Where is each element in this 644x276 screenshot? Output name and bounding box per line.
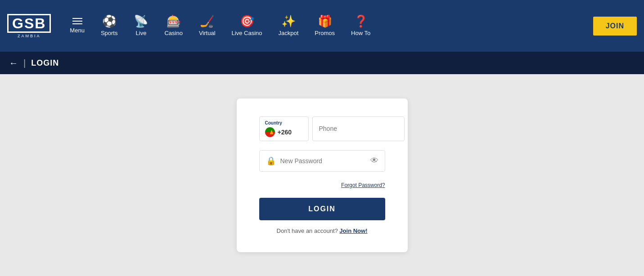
logo-gsb: GSB (7, 14, 51, 33)
nav-item-jackpot[interactable]: ✨ Jackpot (270, 10, 306, 42)
password-group: 🔒 👁 (259, 150, 385, 172)
eye-icon[interactable]: 👁 (370, 156, 378, 165)
live-casino-icon: 🎯 (240, 15, 254, 27)
phone-input[interactable] (312, 116, 405, 141)
register-text: Don't have an account? Join Now! (259, 227, 385, 234)
register-prompt: Don't have an account? (277, 227, 338, 234)
how-to-icon: ❓ (354, 15, 368, 27)
main-content: Country +260 🔒 👁 Forgot Password? LOGIN (0, 74, 644, 276)
nav-item-menu[interactable]: Menu (62, 13, 93, 39)
forgot-password-link[interactable]: Forgot Password? (341, 182, 385, 188)
country-label: Country (265, 120, 303, 125)
page-title: LOGIN (31, 58, 59, 68)
live-icon: 📡 (134, 15, 148, 27)
nav-item-how-to[interactable]: ❓ How To (343, 10, 378, 42)
country-code: +260 (278, 129, 292, 136)
nav-item-live-casino[interactable]: 🎯 Live Casino (224, 10, 270, 42)
nav-label-promos: Promos (315, 30, 335, 36)
nav-label-live-casino: Live Casino (232, 30, 262, 36)
promos-icon: 🎁 (318, 15, 332, 27)
nav-label-menu: Menu (70, 27, 85, 34)
zambia-flag-icon (265, 127, 275, 137)
hamburger-icon (72, 18, 82, 24)
country-selector[interactable]: Country +260 (259, 116, 309, 141)
breadcrumb-divider: | (23, 58, 26, 68)
password-input[interactable] (280, 157, 366, 165)
nav-item-casino[interactable]: 🎰 Casino (156, 10, 190, 42)
nav-item-sports[interactable]: ⚽ Sports (93, 10, 126, 42)
nav-item-live[interactable]: 📡 Live (126, 10, 156, 42)
nav-label-virtual: Virtual (199, 30, 216, 36)
country-value: +260 (265, 127, 303, 137)
sports-icon: ⚽ (102, 15, 117, 27)
nav-label-casino: Casino (164, 30, 182, 36)
nav-item-virtual[interactable]: 🏒 Virtual (191, 10, 224, 42)
join-button[interactable]: JOIN (593, 17, 637, 36)
casino-icon: 🎰 (167, 15, 181, 27)
logo-zambia: ZAMBIA (18, 34, 41, 38)
jackpot-icon: ✨ (281, 15, 296, 27)
nav-label-how-to: How To (351, 30, 370, 36)
main-nav: Menu ⚽ Sports 📡 Live 🎰 Casino 🏒 Virtual … (62, 10, 593, 42)
lock-icon: 🔒 (266, 156, 276, 166)
logo: GSB ZAMBIA (7, 14, 51, 38)
forgot-password-row: Forgot Password? (259, 181, 385, 189)
header: GSB ZAMBIA Menu ⚽ Sports 📡 Live 🎰 Casino… (0, 0, 644, 52)
back-arrow-icon[interactable]: ← (9, 58, 18, 68)
password-field: 🔒 👁 (259, 150, 385, 172)
virtual-icon: 🏒 (200, 15, 214, 27)
login-card: Country +260 🔒 👁 Forgot Password? LOGIN (237, 98, 408, 252)
nav-item-promos[interactable]: 🎁 Promos (306, 10, 343, 42)
login-button[interactable]: LOGIN (259, 198, 385, 220)
nav-label-sports: Sports (101, 30, 118, 36)
breadcrumb-bar: ← | LOGIN (0, 52, 644, 74)
nav-label-jackpot: Jackpot (278, 30, 298, 36)
country-phone-row: Country +260 (259, 116, 385, 141)
nav-label-live: Live (136, 30, 147, 36)
join-now-link[interactable]: Join Now! (339, 227, 367, 234)
